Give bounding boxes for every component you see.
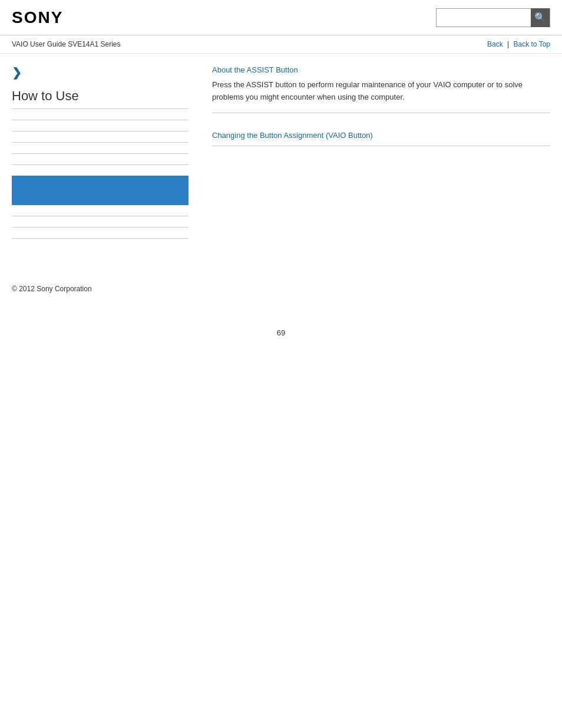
sidebar: ❯ How to Use [12,65,189,249]
back-to-top-link[interactable]: Back to Top [514,40,550,48]
assist-button-link[interactable]: About the ASSIST Button [212,65,298,74]
sidebar-line-4 [12,153,189,154]
sony-logo: SONY [12,8,63,27]
page-header: SONY 🔍 [0,0,562,35]
sidebar-line-8 [12,238,189,239]
sidebar-line-2 [12,131,189,131]
search-button[interactable]: 🔍 [531,8,550,27]
content-section-1: About the ASSIST Button Press the ASSIST… [212,65,550,113]
sidebar-line-7 [12,227,189,228]
search-icon: 🔍 [534,12,546,23]
page-number: 69 [0,317,562,349]
sidebar-highlight[interactable] [12,176,189,205]
main-content: ❯ How to Use About the ASSIST Button Pre… [0,54,562,261]
sidebar-line-1 [12,120,189,120]
search-input[interactable] [437,11,531,24]
copyright-text: © 2012 Sony Corporation [12,285,550,293]
content-section-2: Changing the Button Assignment (VAIO But… [212,131,550,146]
sidebar-line-6 [12,216,189,216]
nav-separator: | [507,40,509,48]
content-area: About the ASSIST Button Press the ASSIST… [200,65,550,249]
sub-header: VAIO User Guide SVE14A1 Series Back | Ba… [0,35,562,54]
back-link[interactable]: Back [487,40,503,48]
page-footer: © 2012 Sony Corporation [0,273,562,317]
content-divider-1 [212,113,550,113]
nav-links: Back | Back to Top [487,40,550,48]
guide-title: VAIO User Guide SVE14A1 Series [12,40,121,48]
section-title: How to Use [12,88,189,109]
chevron-icon: ❯ [12,65,189,80]
sidebar-line-5 [12,164,189,165]
assist-button-description: Press the ASSIST button to perform regul… [212,79,550,104]
button-assignment-link[interactable]: Changing the Button Assignment (VAIO But… [212,131,550,146]
sidebar-line-3 [12,142,189,143]
search-box: 🔍 [436,8,550,27]
